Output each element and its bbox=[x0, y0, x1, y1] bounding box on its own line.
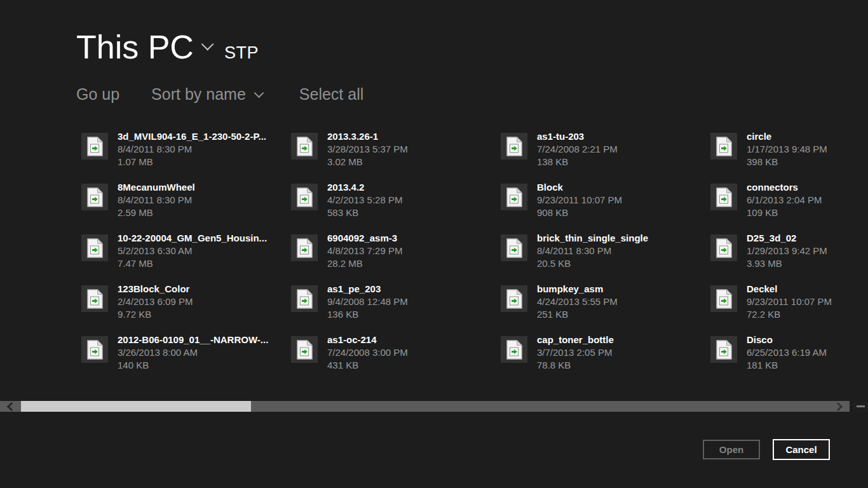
go-up-button[interactable]: Go up bbox=[76, 85, 119, 104]
file-name: brick_thin_single_single bbox=[537, 232, 648, 245]
file-meta: 3d_MVIL904-16_E_1-230-50-2-P... 8/4/2011… bbox=[118, 132, 266, 168]
minus-icon bbox=[857, 405, 865, 407]
file-meta: 6904092_asm-3 4/8/2013 7:29 PM 28.2 MB bbox=[327, 233, 402, 270]
file-name: 123Block_Color bbox=[118, 283, 193, 295]
file-name: Block bbox=[537, 181, 622, 194]
file-item[interactable]: cap_toner_bottle 3/7/2013 2:05 PM 78.8 K… bbox=[501, 335, 710, 386]
file-size: 3.93 MB bbox=[747, 257, 827, 270]
file-item[interactable]: Disco 6/25/2013 6:19 AM 181 KB bbox=[710, 335, 868, 386]
chevron-down-icon[interactable] bbox=[201, 38, 214, 51]
file-date: 1/29/2013 9:42 PM bbox=[747, 245, 827, 257]
file-name: as1-tu-203 bbox=[537, 130, 618, 143]
file-item[interactable]: Block 9/23/2011 10:07 PM 908 KB bbox=[501, 182, 710, 233]
file-name: circle bbox=[747, 130, 827, 143]
file-item[interactable]: 3d_MVIL904-16_E_1-230-50-2-P... 8/4/2011… bbox=[81, 132, 291, 182]
file-name: 2013.4.2 bbox=[327, 181, 402, 194]
file-meta: 2013.4.2 4/2/2013 5:28 PM 583 KB bbox=[327, 182, 402, 219]
file-item[interactable]: 10-22-20004_GM_Gen5_Housin... 5/2/2013 6… bbox=[81, 233, 291, 284]
stp-file-icon bbox=[81, 184, 108, 210]
file-size: 72.2 KB bbox=[747, 308, 832, 321]
file-item[interactable]: 8MecanumWheel 8/4/2011 8:30 PM 2.59 MB bbox=[81, 182, 291, 233]
file-size: 28.2 MB bbox=[327, 257, 402, 270]
file-item[interactable]: as1-tu-203 7/24/2008 2:21 PM 138 KB bbox=[501, 132, 710, 182]
file-item[interactable]: connectors 6/1/2013 2:04 PM 109 KB bbox=[710, 182, 868, 233]
file-size: 109 KB bbox=[747, 207, 822, 219]
file-name: 3d_MVIL904-16_E_1-230-50-2-P... bbox=[118, 130, 266, 143]
file-item[interactable]: 123Block_Color 2/4/2013 6:09 PM 9.72 KB bbox=[81, 284, 291, 335]
file-name: 6904092_asm-3 bbox=[327, 232, 402, 245]
file-meta: as1-tu-203 7/24/2008 2:21 PM 138 KB bbox=[537, 132, 618, 168]
file-meta: brick_thin_single_single 8/4/2011 8:30 P… bbox=[537, 233, 648, 270]
file-date: 6/1/2013 2:04 PM bbox=[747, 194, 822, 207]
file-size: 9.72 KB bbox=[118, 308, 193, 321]
file-size: 251 KB bbox=[537, 308, 618, 321]
horizontal-scrollbar[interactable] bbox=[0, 401, 850, 412]
file-date: 7/24/2008 2:21 PM bbox=[537, 143, 618, 156]
stp-file-icon bbox=[291, 336, 318, 363]
select-all-button[interactable]: Select all bbox=[299, 85, 363, 104]
file-meta: as1_pe_203 9/4/2008 12:48 PM 136 KB bbox=[327, 284, 408, 321]
stp-file-icon bbox=[291, 184, 318, 210]
file-meta: as1-oc-214 7/24/2008 3:00 PM 431 KB bbox=[327, 335, 408, 372]
file-item[interactable]: D25_3d_02 1/29/2013 9:42 PM 3.93 MB bbox=[710, 233, 868, 284]
current-folder-label: STP bbox=[224, 43, 259, 63]
file-date: 8/4/2011 8:30 PM bbox=[118, 194, 195, 207]
file-item[interactable]: 2013.4.2 4/2/2013 5:28 PM 583 KB bbox=[291, 182, 501, 233]
file-item[interactable]: as1_pe_203 9/4/2008 12:48 PM 136 KB bbox=[291, 284, 501, 335]
scroll-left-icon[interactable] bbox=[7, 402, 16, 411]
file-item[interactable]: Deckel 9/23/2011 10:07 PM 72.2 KB bbox=[710, 284, 868, 335]
file-item[interactable]: 6904092_asm-3 4/8/2013 7:29 PM 28.2 MB bbox=[291, 233, 501, 284]
file-grid: 3d_MVIL904-16_E_1-230-50-2-P... 8/4/2011… bbox=[81, 132, 868, 386]
file-meta: 10-22-20004_GM_Gen5_Housin... 5/2/2013 6… bbox=[118, 233, 267, 270]
semantic-zoom-out-button[interactable] bbox=[853, 401, 868, 412]
file-size: 136 KB bbox=[327, 308, 408, 321]
scrollbar-thumb[interactable] bbox=[21, 401, 251, 412]
stp-file-icon bbox=[81, 336, 108, 363]
page-title[interactable]: This PC bbox=[76, 28, 194, 66]
file-name: as1_pe_203 bbox=[327, 283, 408, 295]
file-meta: cap_toner_bottle 3/7/2013 2:05 PM 78.8 K… bbox=[537, 335, 614, 372]
stp-file-icon bbox=[501, 184, 527, 210]
file-name: as1-oc-214 bbox=[327, 334, 408, 346]
scroll-right-icon[interactable] bbox=[834, 402, 843, 411]
file-date: 3/26/2013 8:00 AM bbox=[118, 346, 268, 359]
file-date: 2/4/2013 6:09 PM bbox=[118, 295, 193, 308]
file-name: 8MecanumWheel bbox=[118, 181, 195, 194]
file-date: 4/24/2013 5:55 PM bbox=[537, 295, 618, 308]
file-item[interactable]: brick_thin_single_single 8/4/2011 8:30 P… bbox=[501, 233, 710, 284]
sort-by-button[interactable]: Sort by name bbox=[151, 85, 262, 104]
file-name: Deckel bbox=[747, 283, 832, 295]
file-size: 3.02 MB bbox=[327, 156, 408, 168]
file-name: 10-22-20004_GM_Gen5_Housin... bbox=[118, 232, 267, 245]
file-date: 9/23/2011 10:07 PM bbox=[747, 295, 832, 308]
stp-file-icon bbox=[81, 234, 108, 261]
file-date: 3/28/2013 5:37 PM bbox=[327, 143, 408, 156]
file-item[interactable]: 2012-B06-0109_01__-NARROW-... 3/26/2013 … bbox=[81, 335, 291, 386]
file-meta: 2013.3.26-1 3/28/2013 5:37 PM 3.02 MB bbox=[327, 132, 408, 168]
cancel-button[interactable]: Cancel bbox=[773, 439, 830, 460]
file-item[interactable]: 2013.3.26-1 3/28/2013 5:37 PM 3.02 MB bbox=[291, 132, 501, 182]
file-size: 1.07 MB bbox=[118, 156, 266, 168]
file-size: 138 KB bbox=[537, 156, 618, 168]
file-meta: Disco 6/25/2013 6:19 AM 181 KB bbox=[747, 335, 827, 372]
stp-file-icon bbox=[710, 336, 737, 363]
open-button[interactable]: Open bbox=[703, 440, 760, 459]
file-name: 2013.3.26-1 bbox=[327, 130, 408, 143]
command-bar: Go up Sort by name Select all bbox=[76, 85, 363, 104]
file-meta: circle 1/17/2013 9:48 PM 398 KB bbox=[747, 132, 827, 168]
stp-file-icon bbox=[291, 133, 318, 159]
file-date: 7/24/2008 3:00 PM bbox=[327, 346, 408, 359]
file-name: D25_3d_02 bbox=[747, 232, 827, 245]
file-item[interactable]: bumpkey_asm 4/24/2013 5:55 PM 251 KB bbox=[501, 284, 710, 335]
file-size: 181 KB bbox=[747, 359, 827, 372]
file-date: 4/2/2013 5:28 PM bbox=[327, 194, 402, 207]
file-item[interactable]: as1-oc-214 7/24/2008 3:00 PM 431 KB bbox=[291, 335, 501, 386]
file-meta: 2012-B06-0109_01__-NARROW-... 3/26/2013 … bbox=[118, 335, 268, 372]
file-date: 5/2/2013 6:30 AM bbox=[118, 245, 267, 257]
file-size: 140 KB bbox=[118, 359, 268, 372]
file-item[interactable]: circle 1/17/2013 9:48 PM 398 KB bbox=[710, 132, 868, 182]
stp-file-icon bbox=[501, 285, 527, 312]
file-date: 9/23/2011 10:07 PM bbox=[537, 194, 622, 207]
file-size: 583 KB bbox=[327, 207, 402, 219]
file-size: 398 KB bbox=[747, 156, 827, 168]
